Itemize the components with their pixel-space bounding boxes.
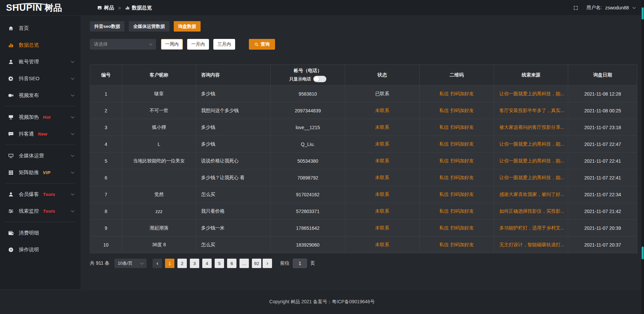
- sidebar-item-douyin-seo[interactable]: 抖音SEO: [0, 70, 80, 87]
- qr-scan-add-friend-link[interactable]: 扫码加好友: [450, 141, 474, 147]
- phone-only-toggle[interactable]: [313, 76, 326, 82]
- source-link[interactable]: 多功能护栏灯，适用于乡村文...: [499, 225, 565, 230]
- breadcrumb-item-1[interactable]: 树品: [97, 5, 114, 11]
- qr-private-message-link[interactable]: 私信: [439, 108, 449, 114]
- page-button-92[interactable]: 92: [252, 259, 261, 268]
- fullscreen-icon[interactable]: [573, 5, 578, 10]
- prev-page-button[interactable]: ‹: [153, 259, 162, 268]
- tab-media-operation-data[interactable]: 全媒体运营数据: [129, 21, 169, 32]
- username-value[interactable]: zswodun88: [605, 5, 629, 10]
- next-page-button[interactable]: ›: [263, 259, 272, 268]
- cell-id: 8: [90, 203, 122, 220]
- source-link[interactable]: 感谢大家喜欢我家，被问了好...: [499, 192, 565, 197]
- qr-scan-add-friend-link[interactable]: 扫码加好友: [450, 108, 474, 114]
- sidebar-item-video-publish[interactable]: 视频发布: [0, 87, 80, 104]
- qr-scan-add-friend-link[interactable]: 扫码加好友: [450, 192, 474, 198]
- cell-status: 未联系: [345, 102, 420, 119]
- range-button-one-week[interactable]: 一周内: [161, 39, 183, 50]
- cell-qrcode: 私信扫码加好友: [419, 119, 494, 136]
- qr-private-message-link[interactable]: 私信: [439, 175, 449, 181]
- page-button-5[interactable]: 5: [215, 259, 224, 268]
- goto-label: 前往: [280, 260, 289, 266]
- source-link[interactable]: 让你一眼就爱上的黑科技，能...: [499, 158, 565, 163]
- source-link[interactable]: 被大家追着问的客厅投影分享...: [499, 124, 565, 130]
- sidebar-item-operation-guide[interactable]: ?操作说明: [0, 241, 80, 258]
- page-size-select[interactable]: 10条/页: [114, 259, 147, 268]
- cell-nickname: 不可一世: [122, 102, 196, 119]
- grid-icon: [8, 170, 14, 175]
- search-button[interactable]: 查询: [249, 39, 275, 50]
- source-link[interactable]: 无主灯设计，智能磁吸轨道灯...: [499, 242, 565, 247]
- goto-page-input[interactable]: [293, 259, 307, 268]
- qr-private-message-link[interactable]: 私信: [439, 141, 449, 147]
- sidebar-menu: 首页数据总览账号管理抖音SEO视频发布视频加热Hot抖客通New全媒体运营矩阵助…: [0, 20, 80, 258]
- top-header: SHUPIN 树品 树品>数据总览 用户名: zswodun88: [0, 0, 644, 16]
- page-button-1[interactable]: 1: [165, 259, 174, 268]
- sidebar-item-matrix-boost[interactable]: 矩阵助推VIP: [0, 164, 80, 181]
- qr-link-group: 私信扫码加好友: [439, 124, 474, 130]
- sidebar-item-media-operation[interactable]: 全媒体运营: [0, 147, 80, 164]
- qr-private-message-link[interactable]: 私信: [439, 124, 449, 130]
- page-button-2[interactable]: 2: [177, 259, 187, 268]
- chevron-down-icon[interactable]: [633, 6, 636, 9]
- qr-scan-add-friend-link[interactable]: 扫码加好友: [450, 242, 474, 248]
- qr-private-message-link[interactable]: 私信: [439, 91, 449, 97]
- source-link[interactable]: 让你一眼就爱上的黑科技，能...: [499, 141, 565, 147]
- cell-qrcode: 私信扫码加好友: [419, 203, 494, 220]
- qr-scan-add-friend-link[interactable]: 扫码加好友: [450, 91, 474, 97]
- qr-private-message-link[interactable]: 私信: [439, 158, 449, 164]
- scrollbar-thumb[interactable]: [642, 7, 644, 19]
- breadcrumb-item-2[interactable]: 数据总览: [125, 5, 152, 11]
- chart-icon: [125, 5, 130, 10]
- sidebar-item-video-heat[interactable]: 视频加热Hot: [0, 109, 80, 125]
- page-ellipsis-button[interactable]: ...: [239, 259, 249, 268]
- qr-link-group: 私信扫码加好友: [439, 225, 474, 231]
- range-button-three-months[interactable]: 三月内: [213, 39, 235, 50]
- chart-icon: [8, 42, 14, 48]
- range-button-one-month[interactable]: 一月内: [187, 39, 209, 50]
- qr-scan-add-friend-link[interactable]: 扫码加好友: [450, 175, 474, 181]
- tab-douyin-seo-data[interactable]: 抖音seo数据: [90, 21, 124, 32]
- sidebar-item-member-baoke[interactable]: 会员爆客Tools: [0, 186, 80, 203]
- cell-nickname: 啵章: [122, 86, 196, 102]
- cell-status: 未联系: [345, 136, 420, 153]
- qr-private-message-link[interactable]: 私信: [439, 208, 449, 214]
- column-header-content: 咨询内容: [196, 65, 271, 86]
- source-link[interactable]: 让你一眼就爱上的黑科技，能...: [499, 91, 565, 96]
- sidebar-item-home[interactable]: 首页: [0, 20, 80, 37]
- sidebar-item-consumption-detail[interactable]: 消费明细: [0, 224, 80, 241]
- table-row: 1啵章多少钱9583810已联系私信扫码加好友让你一眼就爱上的黑科技，能...2…: [90, 86, 637, 102]
- sliders-icon: [8, 208, 14, 214]
- chevron-down-icon: [71, 115, 74, 118]
- page-size-value: 10条/页: [118, 260, 132, 266]
- page-button-3[interactable]: 3: [190, 259, 199, 268]
- page-button-6[interactable]: 6: [227, 259, 236, 268]
- cell-date: 2021-11-07 20:39: [568, 220, 637, 237]
- qr-private-message-link[interactable]: 私信: [439, 192, 449, 198]
- sidebar-item-account-management[interactable]: 账号管理: [0, 53, 80, 70]
- qr-scan-add-friend-link[interactable]: 扫码加好友: [450, 158, 474, 164]
- qr-private-message-link[interactable]: 私信: [439, 242, 449, 248]
- source-link[interactable]: 让你一眼就爱上的黑科技，能...: [499, 175, 565, 180]
- sidebar-item-badge: Tools: [43, 192, 55, 197]
- source-link[interactable]: 如何正确选择投影仪，买投影...: [499, 208, 565, 214]
- cell-id: 7: [90, 186, 122, 203]
- sidebar-item-data-overview[interactable]: 数据总览: [0, 37, 80, 53]
- sidebar-item-douketong[interactable]: 抖客通New: [0, 125, 80, 142]
- tab-inquiry-data[interactable]: 询盘数据: [174, 21, 201, 32]
- qr-scan-add-friend-link[interactable]: 扫码加好友: [450, 124, 474, 130]
- cell-id: 2: [90, 102, 122, 119]
- source-link[interactable]: 客厅安装投影半年多了，真实...: [499, 108, 565, 113]
- sidebar-item-badge: VIP: [43, 170, 50, 175]
- sidebar-item-label: 抖音SEO: [19, 75, 40, 82]
- cell-account: 572803371: [271, 203, 345, 220]
- qr-private-message-link[interactable]: 私信: [439, 225, 449, 231]
- qr-scan-add-friend-link[interactable]: 扫码加好友: [450, 225, 474, 231]
- page-button-4[interactable]: 4: [202, 259, 212, 268]
- filter-select[interactable]: 请选择: [90, 39, 156, 50]
- sidebar-item-label: 全媒体运营: [19, 153, 44, 159]
- scrollbar-track[interactable]: [641, 0, 644, 314]
- sidebar-item-clue-monitor[interactable]: 线索监控Tools: [0, 203, 80, 219]
- qr-scan-add-friend-link[interactable]: 扫码加好友: [450, 208, 474, 214]
- cell-date: 2021-11-07 20:37: [568, 237, 637, 253]
